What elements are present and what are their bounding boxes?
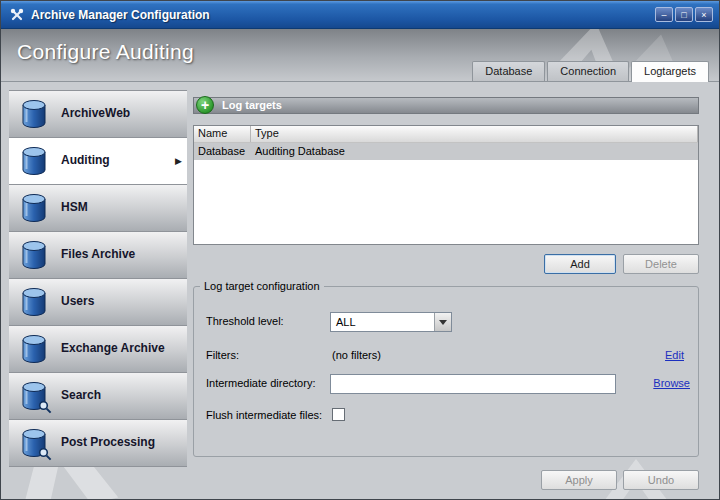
undo-button[interactable]: Undo [623,470,699,490]
titlebar: Archive Manager Configuration – □ × [1,1,719,29]
window-title: Archive Manager Configuration [31,8,210,22]
maximize-button[interactable]: □ [675,7,693,22]
filters-row: Filters: (no filters) Edit [194,346,698,366]
tab-strip: Database Connection Logtargets [470,61,709,81]
group-title: Log target configuration [200,280,324,292]
magnifier-icon [38,447,52,461]
add-button[interactable]: Add [544,254,616,274]
main-panel: + Log targets Name Type Database Auditin… [193,82,699,500]
sidebar-item-search[interactable]: Search [9,373,187,420]
add-target-icon: + [196,96,214,114]
sidebar: ArchiveWeb Auditing ▶ [9,90,187,467]
close-button[interactable]: × [695,7,713,22]
sidebar-item-auditing[interactable]: Auditing ▶ [9,138,187,185]
files-archive-icon [19,239,49,271]
section-title: Log targets [222,99,282,111]
magnifier-icon [38,400,52,414]
post-processing-icon [19,427,49,459]
threshold-row: Threshold level: ALL [194,312,698,332]
content-area: ArchiveWeb Auditing ▶ [1,81,719,500]
log-target-configuration-group: Log target configuration Threshold level… [193,280,699,457]
intermediate-directory-input[interactable] [330,374,616,394]
threshold-value: ALL [331,313,434,331]
minimize-button[interactable]: – [655,7,673,22]
app-icon [9,7,25,23]
sidebar-item-post-processing[interactable]: Post Processing [9,420,187,467]
window-controls: – □ × [655,7,713,22]
page-title: Configure Auditing [17,40,194,64]
intermediate-directory-row: Intermediate directory: Browse [194,374,698,394]
exchange-archive-icon [19,333,49,365]
sidebar-item-exchange-archive[interactable]: Exchange Archive [9,326,187,373]
table-header: Name Type [194,126,698,143]
filters-label: Filters: [206,349,239,361]
sidebar-item-label: Post Processing [61,436,177,450]
sidebar-item-label: ArchiveWeb [61,107,152,121]
column-header-name[interactable]: Name [194,126,251,142]
cell-type: Auditing Database [251,143,349,160]
flush-checkbox[interactable] [332,408,345,421]
app-window: Archive Manager Configuration – □ × Conf… [0,0,720,500]
sidebar-item-label: Search [61,389,123,403]
sidebar-item-archiveweb[interactable]: ArchiveWeb [9,91,187,138]
threshold-dropdown[interactable]: ALL [330,312,452,332]
sidebar-item-label: Files Archive [61,248,157,262]
dropdown-button[interactable] [434,313,451,331]
chevron-down-icon [439,320,447,325]
tab-connection[interactable]: Connection [547,61,629,81]
tab-database[interactable]: Database [472,61,545,81]
intermediate-directory-label: Intermediate directory: [206,377,315,389]
log-targets-table: Name Type Database Auditing Database [193,125,699,245]
sidebar-item-users[interactable]: Users [9,279,187,326]
filters-value: (no filters) [332,349,381,361]
tab-logtargets[interactable]: Logtargets [631,61,709,82]
archiveweb-icon [19,98,49,130]
sidebar-item-label: Auditing [61,154,132,168]
users-icon [19,286,49,318]
flush-row: Flush intermediate files: [194,406,698,426]
sidebar-item-hsm[interactable]: HSM [9,185,187,232]
hsm-icon [19,192,49,224]
cell-name: Database [194,143,251,160]
edit-link[interactable]: Edit [665,349,684,361]
sidebar-item-label: HSM [61,201,110,215]
active-item-arrow-icon: ▶ [175,156,182,166]
sidebar-item-label: Exchange Archive [61,342,187,356]
sidebar-item-files-archive[interactable]: Files Archive [9,232,187,279]
sidebar-item-label: Users [61,295,116,309]
delete-button[interactable]: Delete [623,254,699,274]
browse-link[interactable]: Browse [653,377,690,389]
search-icon [19,380,49,412]
flush-label: Flush intermediate files: [206,409,322,421]
table-row[interactable]: Database Auditing Database [194,143,698,160]
column-header-type[interactable]: Type [251,126,698,142]
threshold-label: Threshold level: [206,315,284,327]
auditing-icon [19,145,49,177]
log-targets-header: + Log targets [193,97,699,114]
apply-button[interactable]: Apply [541,470,617,490]
